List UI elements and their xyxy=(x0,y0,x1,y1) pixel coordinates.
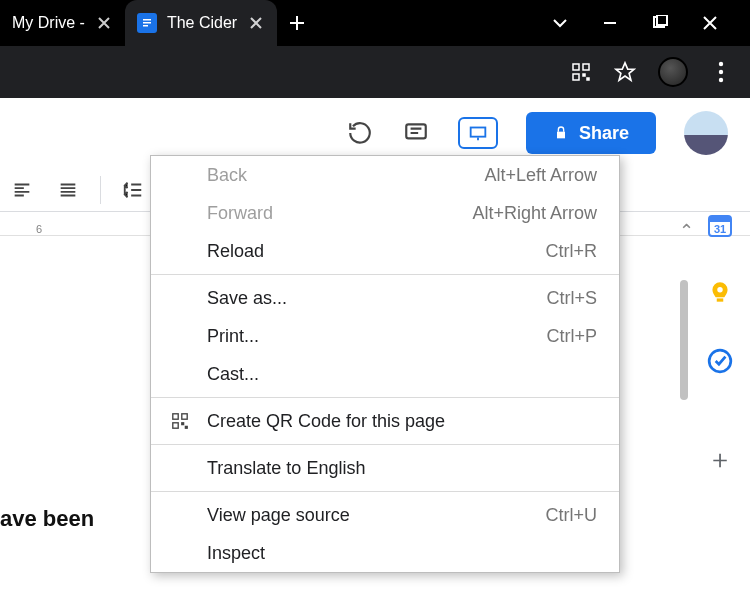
svg-rect-14 xyxy=(471,128,486,137)
menu-label: Forward xyxy=(207,203,456,224)
document-text: ave been xyxy=(0,506,94,532)
svg-rect-22 xyxy=(173,414,178,419)
svg-rect-2 xyxy=(143,25,148,27)
svg-rect-26 xyxy=(185,426,187,428)
tasks-icon[interactable] xyxy=(705,346,735,376)
menu-shortcut: Ctrl+R xyxy=(545,241,597,262)
menu-shortcut: Ctrl+U xyxy=(545,505,597,526)
menu-label: View page source xyxy=(207,505,529,526)
menu-shortcut: Ctrl+S xyxy=(546,288,597,309)
menu-print[interactable]: Print... Ctrl+P xyxy=(151,317,619,355)
window-controls xyxy=(550,13,750,33)
svg-rect-13 xyxy=(406,124,426,138)
share-button[interactable]: Share xyxy=(526,112,656,154)
line-spacing-icon[interactable] xyxy=(119,176,147,204)
browser-tabstrip: My Drive - The Cider xyxy=(0,0,750,46)
scroll-up-icon[interactable]: ⌃ xyxy=(679,220,694,242)
align-left-icon[interactable] xyxy=(8,176,36,204)
share-label: Share xyxy=(579,123,629,144)
keep-icon[interactable] xyxy=(705,278,735,308)
menu-separator xyxy=(151,444,619,445)
close-icon[interactable] xyxy=(247,14,265,32)
menu-label: Print... xyxy=(207,326,530,347)
menu-label: Reload xyxy=(207,241,529,262)
close-icon[interactable] xyxy=(95,14,113,32)
menu-shortcut: Alt+Left Arrow xyxy=(484,165,597,186)
svg-point-11 xyxy=(719,70,723,74)
svg-rect-1 xyxy=(143,22,151,24)
svg-text:31: 31 xyxy=(714,223,726,235)
menu-forward[interactable]: Forward Alt+Right Arrow xyxy=(151,194,619,232)
qr-icon xyxy=(169,412,191,430)
google-docs-icon xyxy=(137,13,157,33)
svg-rect-19 xyxy=(717,298,724,301)
menu-view-source[interactable]: View page source Ctrl+U xyxy=(151,496,619,534)
scrollbar-thumb[interactable] xyxy=(680,280,688,400)
lock-icon xyxy=(553,125,569,141)
svg-point-10 xyxy=(719,62,723,66)
chevron-down-icon[interactable] xyxy=(550,13,570,33)
new-tab-button[interactable] xyxy=(277,3,317,43)
svg-rect-17 xyxy=(709,216,731,222)
side-panel: 31 ＋ xyxy=(690,210,750,474)
minimize-icon[interactable] xyxy=(600,13,620,33)
add-panel-icon[interactable]: ＋ xyxy=(705,444,735,474)
present-icon[interactable] xyxy=(458,117,498,149)
menu-create-qr[interactable]: Create QR Code for this page xyxy=(151,402,619,440)
tab-the-cider[interactable]: The Cider xyxy=(125,0,277,46)
browser-toolbar xyxy=(0,46,750,98)
qr-icon[interactable] xyxy=(570,61,592,83)
menu-cast[interactable]: Cast... xyxy=(151,355,619,393)
svg-rect-8 xyxy=(583,74,585,76)
menu-reload[interactable]: Reload Ctrl+R xyxy=(151,232,619,270)
svg-rect-7 xyxy=(573,74,579,80)
account-avatar[interactable] xyxy=(684,111,728,155)
comment-icon[interactable] xyxy=(402,119,430,147)
menu-separator xyxy=(151,274,619,275)
svg-point-20 xyxy=(717,287,722,292)
kebab-menu-icon[interactable] xyxy=(710,61,732,83)
svg-rect-0 xyxy=(143,19,151,21)
svg-rect-6 xyxy=(583,64,589,70)
calendar-icon[interactable]: 31 xyxy=(705,210,735,240)
toolbar-divider xyxy=(100,176,101,204)
menu-label: Save as... xyxy=(207,288,530,309)
svg-rect-5 xyxy=(573,64,579,70)
history-icon[interactable] xyxy=(346,119,374,147)
svg-rect-23 xyxy=(182,414,187,419)
menu-label: Create QR Code for this page xyxy=(207,411,581,432)
svg-rect-4 xyxy=(657,15,667,25)
svg-rect-9 xyxy=(587,78,589,80)
menu-save-as[interactable]: Save as... Ctrl+S xyxy=(151,279,619,317)
tab-my-drive[interactable]: My Drive - xyxy=(0,0,125,46)
context-menu: Back Alt+Left Arrow Forward Alt+Right Ar… xyxy=(150,155,620,573)
star-icon[interactable] xyxy=(614,61,636,83)
menu-separator xyxy=(151,491,619,492)
menu-back[interactable]: Back Alt+Left Arrow xyxy=(151,156,619,194)
svg-point-12 xyxy=(719,78,723,82)
profile-avatar[interactable] xyxy=(658,57,688,87)
tab-title: My Drive - xyxy=(12,14,85,32)
menu-inspect[interactable]: Inspect xyxy=(151,534,619,572)
menu-label: Inspect xyxy=(207,543,581,564)
menu-shortcut: Ctrl+P xyxy=(546,326,597,347)
tab-title: The Cider xyxy=(167,14,237,32)
align-justify-icon[interactable] xyxy=(54,176,82,204)
menu-translate[interactable]: Translate to English xyxy=(151,449,619,487)
menu-label: Translate to English xyxy=(207,458,581,479)
ruler-mark: 6 xyxy=(10,223,68,235)
menu-separator xyxy=(151,397,619,398)
maximize-icon[interactable] xyxy=(650,13,670,33)
menu-shortcut: Alt+Right Arrow xyxy=(472,203,597,224)
svg-rect-24 xyxy=(173,423,178,428)
close-window-icon[interactable] xyxy=(700,13,720,33)
svg-rect-15 xyxy=(557,132,565,139)
menu-label: Back xyxy=(207,165,468,186)
svg-rect-25 xyxy=(182,423,184,425)
menu-label: Cast... xyxy=(207,364,581,385)
